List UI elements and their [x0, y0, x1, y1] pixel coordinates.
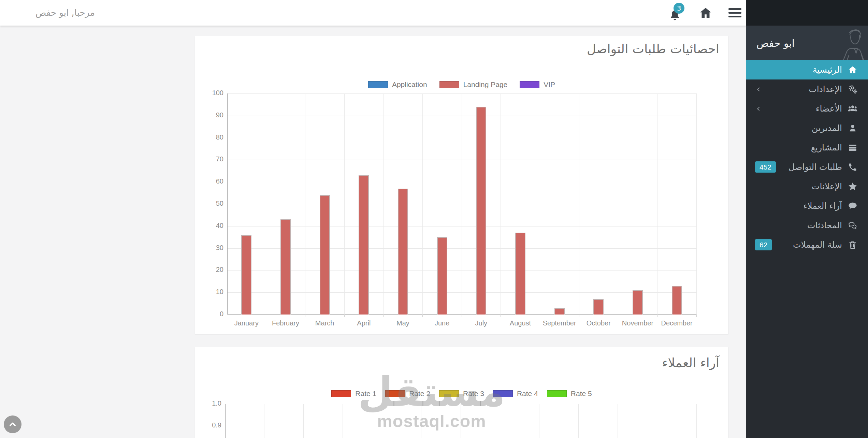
comment-icon [848, 201, 858, 211]
v-gridline [657, 404, 657, 438]
v-gridline [618, 93, 618, 315]
sidebar-menu: الرئيسيةالإعداداتالأعضاءالمديرينالمشاريع… [746, 60, 868, 254]
home-icon [848, 65, 858, 75]
bar-landing-page-february [280, 219, 291, 315]
legend-swatch [385, 390, 405, 397]
users-icon [848, 104, 858, 114]
y-axis-line [225, 404, 226, 438]
legend-label: Rate 4 [517, 390, 538, 398]
sidebar-item-9[interactable]: المحادثات [746, 216, 868, 235]
x-axis-tick [344, 315, 347, 317]
x-axis-tick [266, 315, 269, 317]
x-tick-label: April [344, 319, 384, 327]
chart-legend: ApplicationLanding PageVIP [195, 81, 728, 89]
x-tick-label: August [501, 319, 540, 327]
y-tick-label: 20 [206, 266, 223, 274]
v-gridline [462, 93, 462, 315]
x-tick-label: July [462, 319, 501, 327]
legend-label: Rate 1 [355, 390, 376, 398]
legend-label: Rate 5 [571, 390, 592, 398]
bar-landing-page-december [672, 286, 682, 315]
x-axis-tick [227, 315, 230, 317]
bar-landing-page-september [554, 308, 565, 315]
sidebar-item-label: المديرين [812, 123, 842, 133]
sidebar-item-5[interactable]: المشاريع [746, 138, 868, 157]
user-icon [848, 123, 858, 133]
chevron-left-icon [755, 86, 762, 93]
sidebar-item-8[interactable]: آراء العملاء [746, 196, 868, 216]
sidebar-item-1[interactable]: الرئيسية [746, 60, 868, 79]
v-gridline [383, 93, 384, 315]
legend-label: Rate 2 [409, 390, 430, 398]
v-gridline [382, 404, 382, 438]
v-gridline [421, 404, 421, 438]
hamburger-icon [728, 8, 741, 10]
y-tick-label: 1.0 [204, 399, 221, 407]
sidebar-item-6[interactable]: طلبات التواصل452 [746, 157, 868, 177]
x-tick-label: November [618, 319, 657, 327]
sidebar-item-label: المحادثات [807, 220, 842, 230]
sidebar-item-label: الرئيسية [813, 65, 842, 75]
x-tick-label: June [422, 319, 462, 327]
legend-label: VIP [544, 81, 555, 89]
projects-icon [848, 143, 858, 153]
sidebar-item-7[interactable]: الإعلانات [746, 177, 868, 196]
v-gridline [578, 404, 579, 438]
y-tick-label: 100 [206, 89, 223, 97]
sidebar-item-label: طلبات التواصل [789, 162, 842, 172]
card-customer-opinions: آراء العملاء Rate 1Rate 2Rate 3Rate 4Rat… [195, 347, 728, 438]
y-tick-label: 0 [206, 310, 223, 318]
bar-landing-page-august [515, 233, 525, 315]
sidebar-count-badge: 62 [755, 239, 772, 250]
legend-swatch [331, 390, 351, 397]
bar-landing-page-october [593, 299, 604, 315]
legend-item: VIP [520, 81, 555, 89]
v-gridline [657, 93, 657, 315]
v-gridline [500, 404, 500, 438]
bar-landing-page-march [320, 195, 330, 315]
sidebar-item-4[interactable]: المديرين [746, 118, 868, 138]
bar-landing-page-january [241, 235, 251, 315]
y-tick-label: 80 [206, 133, 223, 141]
scroll-to-top-button[interactable] [4, 415, 21, 433]
sidebar-item-2[interactable]: الإعدادات [746, 79, 868, 99]
y-tick-label: 40 [206, 222, 223, 230]
home-button[interactable] [695, 0, 717, 26]
bar-landing-page-november [633, 290, 643, 315]
gears-icon [848, 84, 858, 94]
v-gridline [305, 93, 305, 315]
legend-swatch [439, 81, 459, 88]
v-gridline [540, 93, 540, 315]
v-gridline [696, 404, 697, 438]
sidebar-item-3[interactable]: الأعضاء [746, 99, 868, 118]
y-tick-label: 10 [206, 288, 223, 296]
legend-swatch [547, 390, 567, 397]
home-icon [699, 6, 712, 20]
y-tick-label: 30 [206, 244, 223, 252]
legend-swatch [439, 390, 459, 397]
x-axis-tick [462, 315, 464, 317]
x-axis-tick [696, 315, 699, 317]
legend-item: Rate 2 [385, 390, 430, 398]
legend-item: Rate 4 [493, 390, 538, 398]
phone-icon [848, 162, 858, 172]
avatar [815, 28, 868, 60]
notifications-button[interactable]: 3 [661, 0, 689, 26]
v-gridline [266, 93, 266, 315]
bar-landing-page-june [437, 237, 447, 315]
legend-item: Application [368, 81, 427, 89]
v-gridline [618, 404, 618, 438]
y-tick-label: 90 [206, 111, 223, 119]
sidebar-toggle-button[interactable] [725, 0, 744, 26]
sidebar-item-label: الأعضاء [816, 104, 842, 114]
legend-swatch [368, 81, 388, 88]
v-gridline [696, 93, 697, 315]
sidebar-item-label: المشاريع [811, 143, 842, 152]
sidebar-item-10[interactable]: سلة المهملات62 [746, 235, 868, 254]
legend-label: Application [392, 81, 427, 89]
v-gridline [539, 404, 539, 438]
sidebar-item-label: الإعدادات [809, 84, 842, 94]
sidebar: ابو حفص الرئيسيةالإعداداتالأعضاءالمديرين… [746, 0, 868, 438]
y-tick-label: 70 [206, 155, 223, 163]
star-icon [848, 181, 858, 192]
